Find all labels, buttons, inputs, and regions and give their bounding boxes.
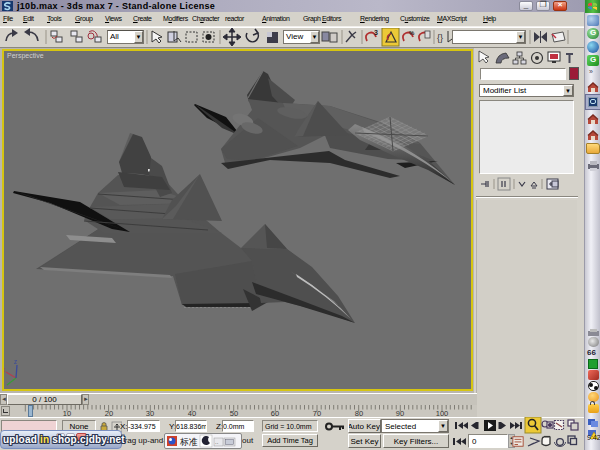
svg-text:20: 20 [105,409,113,417]
svg-text:60: 60 [271,409,279,417]
svg-text:100: 100 [436,409,449,417]
svg-text:..: .. [215,439,219,445]
svg-text:z: z [14,358,17,365]
svg-text:%: % [409,30,415,36]
svg-text:40: 40 [188,409,196,417]
svg-text:x: x [4,366,6,373]
svg-text:3: 3 [374,29,378,36]
svg-text:30: 30 [146,409,154,417]
svg-text:10: 10 [63,409,71,417]
svg-text:90: 90 [396,409,404,417]
svg-text:50: 50 [230,409,238,417]
svg-text:标准: 标准 [179,437,198,447]
svg-text:{}: {} [437,33,443,43]
svg-text:70: 70 [313,409,321,417]
svg-text:80: 80 [355,409,363,417]
